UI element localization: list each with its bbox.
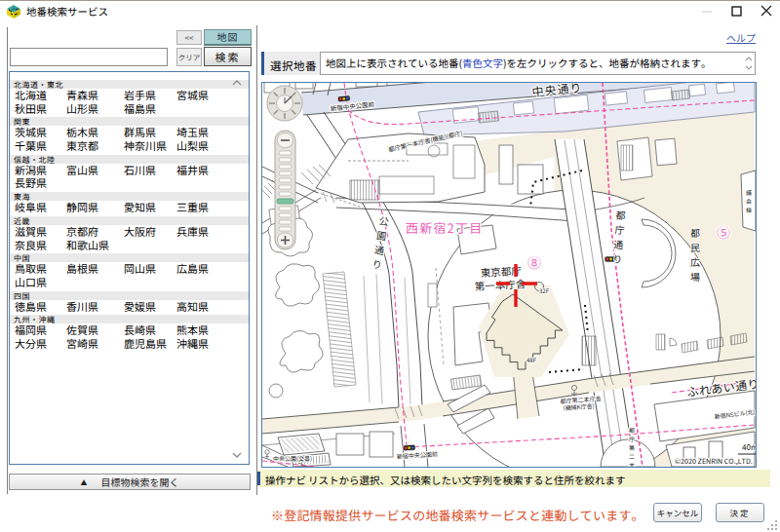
prefecture-item[interactable]: 宮崎県 [66,337,98,350]
prefecture-item[interactable]: 富山県 [66,164,98,176]
map-label-floor32: 32F [539,286,550,295]
prefecture-row: 岐阜県静岡県愛知県三重県 [10,201,249,214]
prefecture-group: 九州・沖縄福岡県佐賀県長崎県熊本県大分県宮崎県鹿児島県沖縄県 [10,315,249,350]
map-canvas[interactable]: 中央通り 新宿中央公園前 都庁第一本庁舎(機能)(都庁) 西新宿2丁目 公園通り… [262,83,756,467]
prefecture-row: 秋田県山形県福島県 [10,102,249,116]
instruction-text: 地図上に表示されている地番( [326,56,462,70]
prefecture-list[interactable]: 北海道・東北北海道青森県岩手県宮城県秋田県山形県福島県関東茨城県栃木県群馬県埼玉… [9,71,250,465]
title-bar [0,0,780,22]
map-label-floor48: 48F [526,356,537,364]
prefecture-item[interactable]: 愛知県 [124,201,156,213]
landmark-search-button[interactable]: ▲目標物検索を開く [9,474,251,490]
map-toggle-button[interactable]: 地図 [204,29,252,46]
app-icon [6,4,21,19]
prefecture-item[interactable]: 沖縄県 [176,337,209,350]
help-link[interactable]: ヘルプ [682,30,756,45]
window-title: 地番検索サービス [26,5,108,19]
prefecture-item[interactable]: 兵庫県 [176,225,209,238]
triangle-up-icon: ▲ [81,477,88,487]
prefecture-item[interactable]: 千葉県 [15,139,47,152]
resize-grip[interactable] [766,519,778,531]
prefecture-row: 山口県 [10,276,249,289]
prefecture-row: 大分県宮崎県鹿児島県沖縄県 [10,337,249,351]
instruction-blue-text: 青色文字 [462,56,503,70]
prefecture-groups: 北海道・東北北海道青森県岩手県宮城県秋田県山形県福島県関東茨城県栃木県群馬県埼玉… [10,80,249,351]
prefecture-group: 信越・北陸新潟県富山県石川県福井県長野県 [10,155,249,190]
map-label-scale: 40m [742,441,756,452]
prefecture-row: 長野県 [10,176,249,190]
cancel-button[interactable]: キャンセル [653,503,702,522]
map-label-num5: ⑤ [717,222,730,242]
maximize-button[interactable] [722,0,751,21]
instruction-scroll-arrows[interactable] [743,54,755,73]
map-label-koban: 中央公園(交番) [273,454,312,463]
zoom-slider[interactable] [275,131,295,249]
prefecture-item[interactable]: 山形県 [66,102,98,115]
nav-accent-bar [257,472,260,485]
prefecture-item[interactable]: 静岡県 [66,201,98,213]
compass-icon[interactable] [267,86,302,121]
zoom-level-indicator [277,199,293,204]
link-notice: ※登記情報提供サービスの地番検索サービスと連動しています。 [271,506,644,524]
prefecture-item[interactable]: 和歌山県 [66,239,109,251]
prefecture-group: 関東茨城県栃木県群馬県埼玉県千葉県東京都神奈川県山梨県 [10,117,249,152]
prefecture-item[interactable]: 神奈川県 [124,139,167,152]
selection-label: 選択地番 [270,57,317,73]
prefecture-item[interactable]: 福井県 [176,164,209,176]
panel-splitter[interactable] [256,25,257,495]
prefecture-row: 千葉県東京都神奈川県山梨県 [10,139,249,153]
prefecture-item[interactable]: 香川県 [66,300,98,313]
map-view[interactable]: 中央通り 新宿中央公園前 都庁第一本庁舎(機能)(都庁) 西新宿2丁目 公園通り… [261,82,757,468]
map-copyright: ©2020 ZENRIN CO.,LTD. [675,456,753,466]
prefecture-item[interactable]: 東京都 [66,139,98,152]
prefecture-item[interactable]: 岐阜県 [15,201,47,213]
prefecture-item[interactable]: 山口県 [15,276,47,288]
prefecture-item[interactable]: 山梨県 [176,139,209,152]
map-label-daini-mae: 都庁第二本庁舎前 [628,426,637,467]
collapse-panel-button[interactable]: << [176,30,202,45]
prefecture-item[interactable]: 三重県 [176,201,209,213]
close-button[interactable] [752,0,780,21]
prefecture-item[interactable]: 福島県 [124,102,156,115]
clear-button[interactable]: クリア [176,48,202,66]
prefecture-item[interactable]: 鹿児島県 [124,337,167,350]
prefecture-item[interactable]: 長野県 [15,176,47,189]
prefecture-group: 北海道・東北北海道青森県岩手県宮城県秋田県山形県福島県 [10,80,249,115]
left-panel-border [7,27,8,494]
prefecture-item[interactable]: 高知県 [176,300,209,313]
landmark-search-label: 目標物検索を開く [101,475,179,489]
maximize-icon [731,6,742,17]
prefecture-item[interactable]: 宮城県 [176,89,209,101]
prefecture-item[interactable]: 奈良県 [15,239,47,251]
instruction-box: 地図上に表示されている地番(青色文字)を左クリックすると、地番が格納されます。 [320,52,756,75]
prefecture-group: 東海岐阜県静岡県愛知県三重県 [10,192,249,214]
map-label-tomin-hiroba: 都民広場 [688,225,703,284]
prefecture-item[interactable]: 滋賀県 [15,225,47,238]
prefecture-group: 四国徳島県香川県愛媛県高知県 [10,291,249,314]
nav-text: リストから選択、又は検索したい文字列を検索すると住所を絞れます [308,473,626,487]
prefecture-row: 徳島県香川県愛媛県高知県 [10,300,249,314]
scroll-up-icon[interactable] [231,79,243,87]
close-icon [760,5,772,17]
map-label-gikai: 議会棟 [745,188,754,214]
prefecture-item[interactable]: 石川県 [124,164,156,176]
prefecture-item[interactable]: 京都府 [66,225,98,238]
prefecture-item[interactable]: 大分県 [15,337,47,350]
prefecture-item[interactable]: 徳島県 [15,300,47,313]
search-button[interactable]: 検索 [204,47,252,66]
prefecture-item[interactable]: 秋田県 [15,102,47,115]
scroll-down-icon[interactable] [231,451,243,459]
nav-title: 操作ナビ [265,473,306,487]
prefecture-item[interactable]: 大阪府 [124,225,156,238]
instruction-text-tail: )を左クリックすると、地番が格納されます。 [503,56,712,70]
prefecture-item[interactable]: 島根県 [66,262,98,275]
prefecture-item[interactable]: 岡山県 [124,262,156,275]
prefecture-row: 奈良県和歌山県 [10,239,249,252]
prefecture-item[interactable]: 広島県 [176,262,209,275]
prefecture-item[interactable]: 愛媛県 [124,300,156,313]
prefecture-group: 中国鳥取県島根県岡山県広島県山口県 [10,253,249,288]
ok-button[interactable]: 決定 [716,503,764,522]
map-label-nishi-shinjuku: 西新宿2丁目 [406,218,483,237]
minimize-button[interactable] [693,0,722,21]
search-input[interactable] [10,48,168,66]
